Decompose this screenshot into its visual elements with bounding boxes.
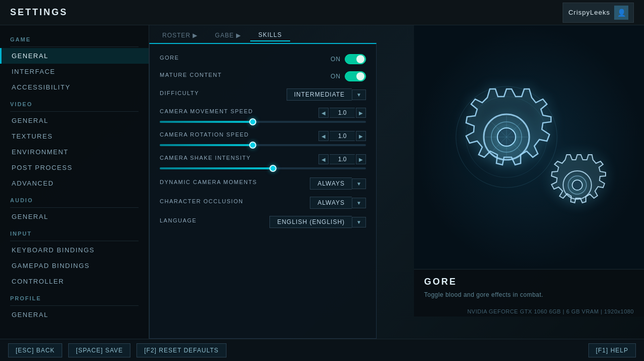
small-gear: [551, 155, 606, 203]
camera-movement-speed-thumb: [249, 118, 256, 125]
sidebar-item-input-controller[interactable]: CONTROLLER: [0, 274, 149, 289]
mature-content-control: MATURE CONTENT ON: [160, 71, 366, 81]
camera-movement-speed-decrease[interactable]: ◀: [318, 108, 329, 118]
dynamic-camera-control: DYNAMIC CAMERA MOMENTS ALWAYS ▼: [160, 177, 366, 190]
divider: [10, 207, 139, 208]
back-button[interactable]: [ESC] BACK: [8, 343, 62, 357]
difficulty-dropdown[interactable]: INTERMEDIATE ▼: [287, 88, 366, 101]
dynamic-camera-value: ALWAYS: [310, 177, 352, 190]
sidebar: GAME GENERAL INTERFACE ACCESSIBILITY VID…: [0, 25, 149, 339]
camera-shake-intensity-label: CAMERA SHAKE INTENSITY: [160, 155, 251, 161]
camera-rotation-speed-controls: ◀ 1.0 ▶: [318, 131, 366, 141]
mature-content-toggle-knob: [356, 72, 364, 80]
username: CrispyLeeks: [568, 9, 610, 16]
difficulty-setting: DIFFICULTY INTERMEDIATE ▼: [160, 88, 366, 101]
difficulty-value: INTERMEDIATE: [287, 88, 352, 101]
sidebar-item-game-interface[interactable]: INTERFACE: [0, 64, 149, 79]
tab-roster[interactable]: ROSTER ▶: [154, 29, 206, 41]
language-control: LANGUAGE ENGLISH (ENGLISH) ▼: [160, 216, 366, 228]
mature-content-value: ON: [331, 73, 341, 80]
section-label-input: INPUT: [0, 224, 149, 240]
gore-label: GORE: [160, 55, 179, 61]
gear-svg: [428, 56, 630, 238]
settings-panel: GORE ON MATURE CONTENT ON: [149, 43, 377, 339]
sidebar-item-input-keyboard[interactable]: KEYBOARD BINDINGS: [0, 242, 149, 258]
dynamic-camera-setting: DYNAMIC CAMERA MOMENTS ALWAYS ▼: [160, 177, 366, 190]
dynamic-camera-dropdown[interactable]: ALWAYS ▼: [310, 177, 366, 190]
camera-rotation-speed-fill: [160, 144, 253, 146]
language-dropdown[interactable]: ENGLISH (ENGLISH) ▼: [269, 216, 366, 228]
camera-shake-intensity-thumb: [269, 165, 277, 172]
tab-skills[interactable]: SKILLS: [250, 29, 290, 41]
sidebar-item-game-accessibility[interactable]: ACCESSIBILITY: [0, 79, 149, 95]
sidebar-item-video-textures[interactable]: TEXTURES: [0, 128, 149, 144]
camera-shake-intensity-fill: [160, 167, 273, 169]
section-label-game: GAME: [0, 30, 149, 46]
sidebar-item-video-environment[interactable]: ENVIRONMENT: [0, 144, 149, 160]
sidebar-item-game-general[interactable]: GENERAL: [0, 48, 149, 64]
camera-rotation-speed-thumb: [249, 142, 256, 149]
camera-movement-speed-fill: [160, 121, 253, 123]
info-description: Toggle blood and gore effects in combat.: [424, 290, 634, 299]
sidebar-item-video-general[interactable]: GENERAL: [0, 113, 149, 128]
camera-shake-intensity-setting: CAMERA SHAKE INTENSITY ◀ 1.0 ▶: [160, 154, 366, 169]
avatar: 👤: [614, 6, 628, 20]
bottom-bar: [ESC] BACK [SPACE] SAVE [F2] RESET DEFAU…: [0, 339, 644, 361]
camera-rotation-speed-increase[interactable]: ▶: [356, 131, 366, 141]
camera-rotation-speed-setting: CAMERA ROTATION SPEED ◀ 1.0 ▶: [160, 131, 366, 146]
character-occlusion-dropdown[interactable]: ALWAYS ▼: [310, 197, 366, 209]
header: SETTINGS CrispyLeeks 👤: [0, 0, 644, 25]
sidebar-item-video-post-process[interactable]: POST PROCESS: [0, 160, 149, 175]
dynamic-camera-label: DYNAMIC CAMERA MOMENTS: [160, 179, 257, 185]
language-setting: LANGUAGE ENGLISH (ENGLISH) ▼: [160, 216, 366, 228]
difficulty-control: DIFFICULTY INTERMEDIATE ▼: [160, 88, 366, 101]
main-area: GAME GENERAL INTERFACE ACCESSIBILITY VID…: [0, 25, 644, 339]
character-occlusion-label: CHARACTER OCCLUSION: [160, 198, 243, 204]
section-label-profile: PROFILE: [0, 289, 149, 304]
camera-movement-speed-increase[interactable]: ▶: [356, 108, 366, 118]
camera-shake-intensity-track[interactable]: [160, 167, 366, 169]
sidebar-item-input-gamepad[interactable]: GAMEPAD BINDINGS: [0, 258, 149, 274]
camera-movement-speed-header: CAMERA MOVEMENT SPEED ◀ 1.0 ▶: [160, 108, 366, 118]
sidebar-item-audio-general[interactable]: GENERAL: [0, 209, 149, 224]
camera-movement-speed-controls: ◀ 1.0 ▶: [318, 108, 366, 118]
gore-toggle[interactable]: [345, 54, 366, 64]
section-label-audio: AUDIO: [0, 191, 149, 206]
camera-shake-intensity-increase[interactable]: ▶: [356, 154, 366, 164]
subnav: ROSTER ▶ GABE ▶ SKILLS: [149, 25, 290, 41]
mature-content-toggle-group: ON: [331, 71, 366, 81]
divider: [10, 305, 139, 306]
save-button[interactable]: [SPACE] SAVE: [68, 343, 130, 357]
mature-content-setting: MATURE CONTENT ON: [160, 71, 366, 81]
divider: [10, 111, 139, 112]
character-occlusion-control: CHARACTER OCCLUSION ALWAYS ▼: [160, 197, 366, 209]
camera-rotation-speed-value: 1.0: [330, 131, 355, 141]
camera-shake-intensity-decrease[interactable]: ◀: [318, 154, 329, 164]
sidebar-item-video-advanced[interactable]: ADVANCED: [0, 175, 149, 191]
camera-movement-speed-track[interactable]: [160, 121, 366, 123]
gore-control: GORE ON: [160, 54, 366, 64]
gear-image: [414, 25, 644, 269]
camera-shake-intensity-value: 1.0: [330, 154, 355, 164]
difficulty-label: DIFFICULTY: [160, 90, 199, 96]
right-panel: GORE Toggle blood and gore effects in co…: [414, 25, 644, 317]
sidebar-item-profile-general[interactable]: GENERAL: [0, 307, 149, 323]
tab-skills-label: SKILLS: [258, 31, 282, 38]
tab-gabe[interactable]: GABE ▶: [207, 29, 249, 41]
camera-rotation-speed-decrease[interactable]: ◀: [318, 131, 329, 141]
dynamic-camera-arrow-icon: ▼: [352, 178, 366, 189]
help-button[interactable]: [F1] HELP: [588, 343, 636, 357]
gpu-info: NVIDIA GEFORCE GTX 1060 6GB | 6 GB VRAM …: [414, 306, 644, 317]
camera-shake-intensity-header: CAMERA SHAKE INTENSITY ◀ 1.0 ▶: [160, 154, 366, 164]
reset-defaults-button[interactable]: [F2] RESET DEFAULTS: [136, 343, 226, 357]
tab-roster-label: ROSTER ▶: [162, 32, 198, 39]
info-panel: GORE Toggle blood and gore effects in co…: [414, 269, 644, 306]
camera-rotation-speed-track[interactable]: [160, 144, 366, 146]
camera-rotation-speed-header: CAMERA ROTATION SPEED ◀ 1.0 ▶: [160, 131, 366, 141]
divider: [10, 241, 139, 241]
user-profile: CrispyLeeks 👤: [563, 3, 634, 23]
tab-gabe-label: GABE ▶: [215, 32, 241, 39]
character-occlusion-arrow-icon: ▼: [352, 198, 366, 208]
mature-content-toggle[interactable]: [345, 71, 366, 81]
gore-toggle-knob: [356, 55, 364, 63]
